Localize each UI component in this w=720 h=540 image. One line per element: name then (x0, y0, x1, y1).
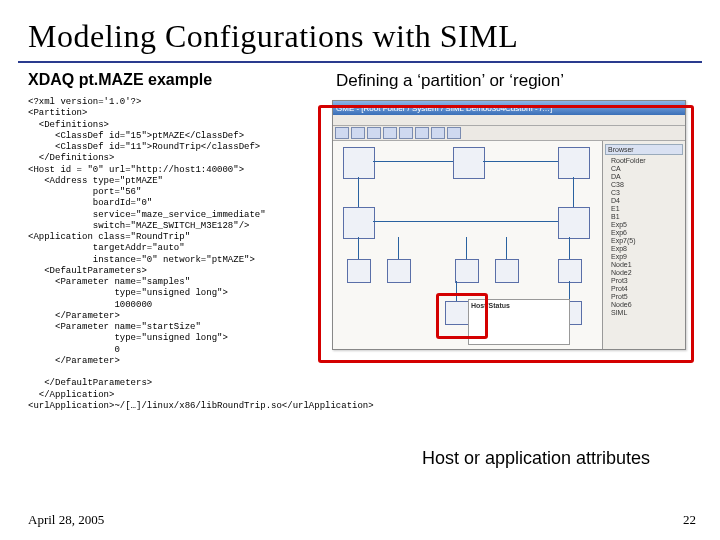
callout-partition: Defining a ‘partition’ or ‘region’ (318, 71, 564, 91)
footer-page-number: 22 (683, 512, 696, 528)
title-rule (18, 61, 702, 63)
example-subtitle: XDAQ pt.MAZE example (0, 71, 318, 95)
callout-host-attrs: Host or application attributes (422, 448, 650, 469)
highlight-partition (318, 105, 694, 363)
slide-title: Modeling Configurations with SIML (0, 0, 720, 61)
footer-date: April 28, 2005 (28, 512, 104, 528)
highlight-host-attrs (436, 293, 488, 339)
